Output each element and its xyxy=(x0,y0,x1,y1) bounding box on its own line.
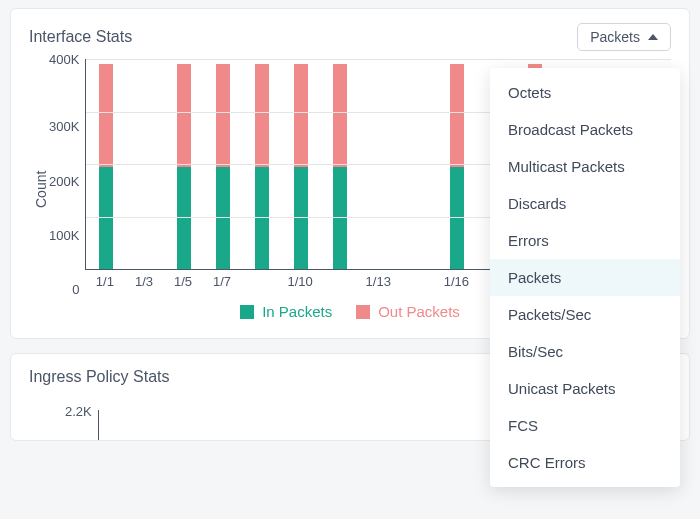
bar-segment-in xyxy=(255,167,269,269)
bar-segment-in xyxy=(99,167,113,269)
stacked-bar[interactable] xyxy=(450,64,464,269)
bar-segment-out xyxy=(177,64,191,166)
x-tick xyxy=(320,274,359,289)
dropdown-option[interactable]: Packets/Sec xyxy=(490,296,680,333)
stacked-bar[interactable] xyxy=(99,64,113,269)
y-axis-label: Count xyxy=(29,59,49,289)
bar-segment-out xyxy=(294,64,308,166)
metric-dropdown-toggle[interactable]: Packets xyxy=(577,23,671,51)
stacked-bar[interactable] xyxy=(177,64,191,269)
y-axis-ticks: 400K300K200K100K0 xyxy=(49,59,85,289)
x-tick: 1/16 xyxy=(437,274,476,289)
x-tick: 1/10 xyxy=(281,274,320,289)
bar-segment-in xyxy=(294,167,308,269)
metric-dropdown-menu: OctetsBroadcast PacketsMulticast Packets… xyxy=(490,68,680,487)
x-tick: 1/1 xyxy=(85,274,124,289)
stacked-bar[interactable] xyxy=(333,64,347,269)
legend-item-in[interactable]: In Packets xyxy=(240,303,332,320)
bar-segment-in xyxy=(177,167,191,269)
bar-segment-out xyxy=(255,64,269,166)
dropdown-option[interactable]: Packets xyxy=(490,259,680,296)
dropdown-option[interactable]: Broadcast Packets xyxy=(490,111,680,148)
legend-swatch-out xyxy=(356,305,370,319)
y-tick: 400K xyxy=(49,53,79,66)
card2-ytick: 2.2K xyxy=(65,404,98,419)
x-tick: 1/7 xyxy=(203,274,242,289)
stacked-bar[interactable] xyxy=(216,64,230,269)
bar-segment-out xyxy=(333,64,347,166)
stacked-bar[interactable] xyxy=(255,64,269,269)
dropdown-option[interactable]: Errors xyxy=(490,222,680,259)
legend-item-out[interactable]: Out Packets xyxy=(356,303,460,320)
bar-segment-out xyxy=(216,64,230,166)
bar-segment-in xyxy=(216,167,230,269)
bar-segment-in xyxy=(333,167,347,269)
dropdown-option[interactable]: FCS xyxy=(490,407,680,444)
legend-label-in: In Packets xyxy=(262,303,332,320)
stacked-bar[interactable] xyxy=(294,64,308,269)
y-tick: 200K xyxy=(49,174,79,187)
legend-swatch-in xyxy=(240,305,254,319)
card-title: Interface Stats xyxy=(29,28,132,46)
dropdown-option[interactable]: Octets xyxy=(490,74,680,111)
caret-up-icon xyxy=(648,34,658,40)
y-tick: 0 xyxy=(72,283,79,296)
x-tick xyxy=(242,274,281,289)
dropdown-selected-label: Packets xyxy=(590,29,640,45)
x-tick: 1/3 xyxy=(124,274,163,289)
x-tick: 1/5 xyxy=(163,274,202,289)
card-header: Interface Stats Packets xyxy=(29,23,671,51)
bar-segment-in xyxy=(450,167,464,269)
x-tick: 1/13 xyxy=(359,274,398,289)
dropdown-option[interactable]: Discards xyxy=(490,185,680,222)
dropdown-option[interactable]: Bits/Sec xyxy=(490,333,680,370)
bar-segment-out xyxy=(450,64,464,166)
x-tick xyxy=(398,274,437,289)
y-tick: 300K xyxy=(49,120,79,133)
dropdown-option[interactable]: CRC Errors xyxy=(490,444,680,481)
dropdown-option[interactable]: Multicast Packets xyxy=(490,148,680,185)
bar-segment-out xyxy=(99,64,113,166)
grid-line xyxy=(86,59,671,60)
y-tick: 100K xyxy=(49,228,79,241)
legend-label-out: Out Packets xyxy=(378,303,460,320)
dropdown-option[interactable]: Unicast Packets xyxy=(490,370,680,407)
